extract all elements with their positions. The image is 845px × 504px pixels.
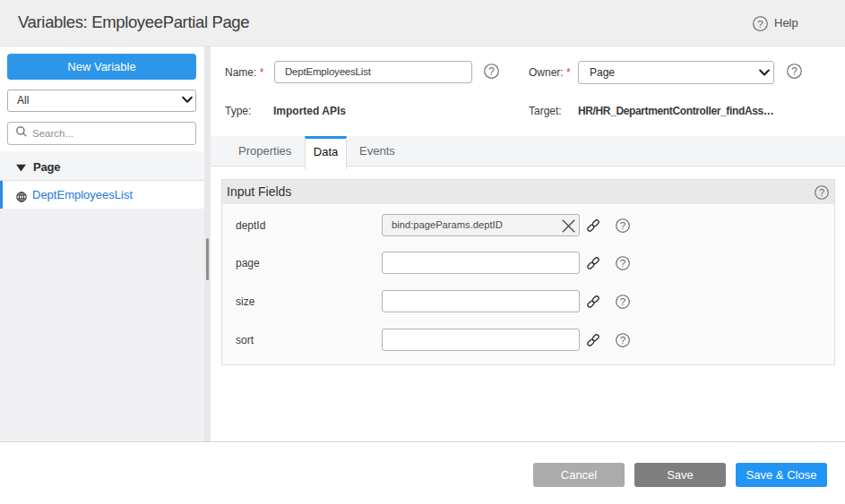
svg-text:?: ? bbox=[620, 295, 626, 308]
svg-text:?: ? bbox=[620, 219, 626, 232]
svg-text:?: ? bbox=[620, 334, 626, 346]
svg-text:?: ? bbox=[791, 64, 798, 77]
svg-text:?: ? bbox=[819, 187, 824, 198]
svg-text:?: ? bbox=[488, 64, 495, 77]
svg-text:?: ? bbox=[757, 19, 763, 30]
svg-text:?: ? bbox=[620, 257, 626, 269]
